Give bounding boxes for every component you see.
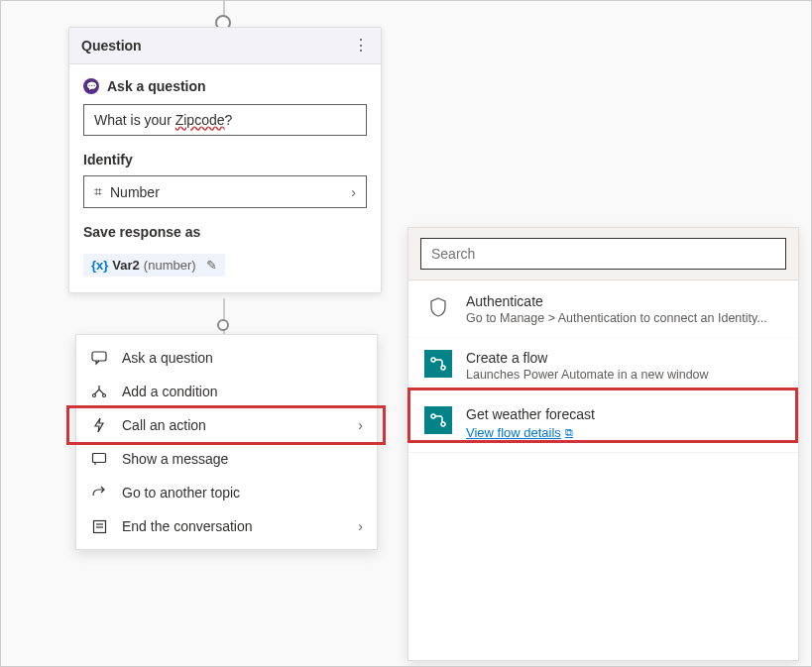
menu-label: Add a condition [122, 384, 218, 399]
flow-icon [424, 406, 452, 434]
card-body: 💬 Ask a question What is your Zipcode? I… [69, 64, 381, 292]
svg-point-9 [431, 414, 435, 418]
chat-icon: 💬 [83, 78, 99, 94]
lightning-icon [90, 417, 108, 433]
panel-item-title: Authenticate [466, 293, 782, 309]
ask-question-label: Ask a question [107, 78, 206, 94]
action-item-get-weather-forecast[interactable]: Get weather forecast View flow details ⧉ [408, 393, 798, 452]
menu-item-call-an-action[interactable]: Call an action › [76, 408, 377, 442]
variable-type: (number) [144, 258, 196, 273]
menu-item-ask-a-question[interactable]: Ask a question [76, 341, 377, 375]
svg-rect-0 [92, 352, 106, 361]
svg-point-1 [93, 394, 96, 397]
question-node-card: Question ⋮ 💬 Ask a question What is your… [68, 27, 382, 293]
panel-item-title: Create a flow [466, 350, 782, 366]
message-icon [90, 451, 108, 467]
action-selector-panel: Authenticate Go to Manage > Authenticati… [407, 227, 799, 661]
card-header: Question ⋮ [69, 28, 381, 64]
question-text-prefix: What is your [94, 112, 175, 128]
entity-icon: ⌗ [94, 183, 102, 200]
view-flow-details-link[interactable]: View flow details ⧉ [466, 425, 573, 440]
panel-item-subtitle: Go to Manage > Authentication to connect… [466, 311, 782, 325]
menu-label: Call an action [122, 417, 206, 433]
identify-label: Identify [83, 152, 367, 167]
menu-label: End the conversation [122, 518, 253, 534]
chevron-right-icon: › [358, 518, 363, 534]
menu-item-show-a-message[interactable]: Show a message [76, 442, 377, 476]
spellcheck-word: Zipcode [175, 112, 225, 128]
svg-point-10 [441, 422, 445, 426]
card-title: Question [81, 38, 142, 54]
more-options-icon[interactable]: ⋮ [353, 38, 369, 54]
shield-icon [424, 293, 452, 321]
add-node-menu: Ask a question Add a condition Call an a… [75, 334, 378, 550]
speech-bubble-icon [90, 350, 108, 366]
save-as-label: Save response as [83, 224, 367, 240]
action-item-create-a-flow[interactable]: Create a flow Launches Power Automate in… [408, 337, 798, 393]
menu-label: Show a message [122, 451, 228, 467]
svg-point-7 [431, 358, 435, 362]
end-icon [90, 519, 108, 534]
flow-icon [424, 350, 452, 378]
menu-label: Go to another topic [122, 485, 240, 500]
action-item-authenticate[interactable]: Authenticate Go to Manage > Authenticati… [408, 280, 798, 337]
svg-point-2 [103, 394, 106, 397]
panel-item-title: Get weather forecast [466, 406, 782, 422]
panel-empty-space [408, 452, 798, 660]
menu-label: Ask a question [122, 350, 213, 366]
variable-chip[interactable]: {x} Var2 (number) ✎ [83, 254, 225, 277]
menu-item-add-a-condition[interactable]: Add a condition [76, 375, 377, 408]
identify-dropdown[interactable]: ⌗ Number › [83, 175, 367, 208]
identify-value: Number [110, 184, 160, 200]
redirect-icon [90, 486, 108, 500]
svg-point-8 [441, 366, 445, 370]
edit-icon[interactable]: ✎ [206, 258, 217, 273]
menu-item-end-the-conversation[interactable]: End the conversation › [76, 509, 377, 543]
variable-icon: {x} [91, 258, 108, 273]
search-input[interactable] [420, 238, 786, 270]
search-bar [408, 228, 798, 280]
chevron-right-icon: › [351, 184, 356, 200]
external-link-icon: ⧉ [565, 426, 573, 439]
ask-question-row: 💬 Ask a question [83, 78, 367, 94]
connector-node-mid[interactable] [217, 319, 229, 331]
link-text: View flow details [466, 425, 561, 440]
question-text-input[interactable]: What is your Zipcode? [83, 104, 367, 136]
panel-item-subtitle: Launches Power Automate in a new window [466, 368, 782, 382]
question-text-suffix: ? [225, 112, 233, 128]
svg-rect-3 [93, 454, 106, 463]
menu-item-go-to-another-topic[interactable]: Go to another topic [76, 476, 377, 509]
chevron-right-icon: › [358, 417, 363, 433]
variable-name: Var2 [112, 258, 139, 273]
branch-icon [90, 384, 108, 399]
